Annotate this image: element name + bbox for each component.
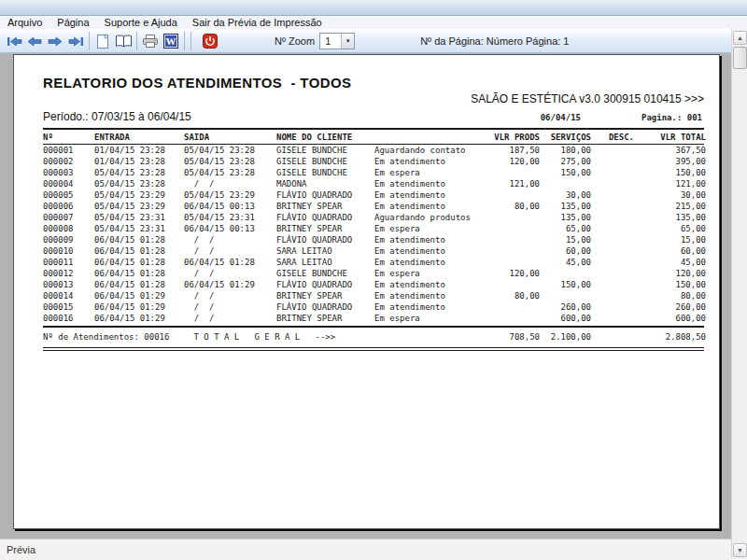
menu-arquivo[interactable]: Arquivo bbox=[0, 16, 49, 29]
last-page-button[interactable] bbox=[65, 31, 86, 51]
col-header-prods: VLR PRODS bbox=[491, 133, 540, 142]
two-pages-view-button[interactable] bbox=[113, 31, 134, 51]
page-info-label: Nº da Página: Número Página: 1 bbox=[420, 35, 569, 47]
col-header-saida: SAIDA bbox=[184, 133, 276, 142]
report-brand: SALÃO E ESTÉTICA v3.0 300915 010415 >>> bbox=[471, 92, 704, 105]
exit-preview-button[interactable] bbox=[200, 31, 220, 51]
menu-sair-da-previa[interactable]: Sair da Prévia de Impressão bbox=[185, 16, 330, 29]
zoom-label: Nº Zoom bbox=[275, 35, 315, 47]
menu-bar: Arquivo Página Suporte e Ajuda Sair da P… bbox=[0, 16, 747, 29]
table-row: 000014 06/04/15 01:29 / / BRITNEY SPEAR … bbox=[43, 290, 704, 301]
status-bar: Prévia bbox=[0, 539, 731, 560]
table-row: 000010 06/04/15 01:28 / / SARA LEITAO Em… bbox=[43, 245, 704, 257]
menu-pagina[interactable]: Página bbox=[49, 16, 96, 29]
zoom-select[interactable]: 1 ▼ bbox=[319, 33, 355, 49]
single-page-icon bbox=[97, 35, 108, 49]
table-row: 000006 05/04/15 23:29 06/04/15 00:13 BRI… bbox=[43, 201, 704, 212]
col-header-desc: DESC. bbox=[591, 133, 634, 142]
col-header-status bbox=[374, 133, 491, 142]
toolbar-separator bbox=[89, 32, 90, 50]
report-date: 06/04/15 bbox=[541, 113, 581, 122]
report-preview-area: RELATORIO DOS ATENDIMENTOS - TODOS SALÃO… bbox=[0, 53, 731, 539]
col-header-nome: NOME DO CLIENTE bbox=[276, 133, 374, 142]
table-row: 000013 06/04/15 01:28 06/04/15 01:29 FLÁ… bbox=[43, 279, 704, 290]
footer-total-label: T O T A L G E R A L -->> bbox=[193, 332, 335, 342]
report-period: Período.: 07/03/15 à 06/04/15 bbox=[43, 110, 191, 123]
footer-grand-total: 2.808,50 bbox=[634, 332, 706, 342]
table-row: 000002 01/04/15 23:28 05/04/15 23:28 GIS… bbox=[43, 156, 704, 167]
table-bottom-double-rule bbox=[43, 347, 704, 351]
next-page-button[interactable] bbox=[45, 31, 65, 51]
table-header-row: Nº ENTRADA SAIDA NOME DO CLIENTE VLR PRO… bbox=[43, 130, 704, 144]
printer-icon bbox=[143, 35, 158, 48]
footer-desc-total bbox=[591, 332, 634, 342]
toolbar: W Nº Zoom 1 ▼ Nº da Página: Número Págin… bbox=[0, 29, 731, 53]
report-rows: 000001 01/04/15 23:28 05/04/15 23:28 GIS… bbox=[43, 145, 704, 324]
footer-prods-total: 708,50 bbox=[491, 332, 540, 342]
print-button[interactable] bbox=[140, 31, 161, 51]
report-table: Nº ENTRADA SAIDA NOME DO CLIENTE VLR PRO… bbox=[43, 128, 704, 351]
table-row: 000011 06/04/15 01:28 06/04/15 01:28 SAR… bbox=[43, 257, 704, 268]
toolbar-separator bbox=[190, 32, 191, 50]
table-row: 000005 05/04/15 23:29 05/04/15 23:29 FLÁ… bbox=[43, 189, 704, 201]
footer-count-label: Nº de Atendimentos: 00016 bbox=[43, 332, 169, 342]
exit-power-icon bbox=[203, 34, 218, 49]
col-header-servicos: SERVIÇOS bbox=[540, 133, 591, 142]
last-page-icon bbox=[68, 36, 84, 47]
chevron-down-icon[interactable]: ▼ bbox=[341, 34, 354, 49]
table-footer-row: Nº de Atendimentos: 00016T O T A L G E R… bbox=[43, 328, 704, 345]
export-word-icon: W bbox=[163, 34, 178, 49]
two-pages-icon bbox=[115, 35, 133, 48]
scroll-down-icon[interactable]: ▼ bbox=[733, 543, 747, 557]
toolbar-separator bbox=[184, 32, 185, 50]
toolbar-separator bbox=[136, 32, 137, 50]
scroll-up-icon[interactable]: ▲ bbox=[733, 31, 747, 45]
col-header-entrada: ENTRADA bbox=[94, 133, 184, 142]
footer-servicos-total: 2.100,00 bbox=[540, 332, 591, 342]
table-row: 000009 06/04/15 01:28 / / FLÁVIO QUADRAD… bbox=[43, 234, 704, 245]
table-row: 000012 06/04/15 01:28 / / GISELE BUNDCHE… bbox=[43, 268, 704, 279]
col-header-num: Nº bbox=[43, 133, 94, 142]
table-row: 000003 05/04/15 23:28 05/04/15 23:28 GIS… bbox=[43, 167, 704, 178]
menu-suporte-e-ajuda[interactable]: Suporte e Ajuda bbox=[97, 16, 185, 29]
table-row: 000015 06/04/15 01:29 / / FLÁVIO QUADRAD… bbox=[43, 301, 704, 313]
table-row: 000007 05/04/15 23:31 05/04/15 23:31 FLÁ… bbox=[43, 212, 704, 223]
report-page-number: Pagina.: 001 bbox=[641, 113, 702, 122]
table-row: 000008 05/04/15 23:31 06/04/15 00:13 BRI… bbox=[43, 223, 704, 234]
table-row: 000001 01/04/15 23:28 05/04/15 23:28 GIS… bbox=[43, 145, 704, 156]
table-row: 000016 06/04/15 01:29 / / BRITNEY SPEAR … bbox=[43, 313, 704, 324]
table-row: 000004 05/04/15 23:28 / / MADONA Em aten… bbox=[43, 178, 704, 189]
title-bar: Relatorio dos Atendimentos - TODOS bbox=[0, 0, 747, 16]
single-page-view-button[interactable] bbox=[92, 31, 113, 51]
vertical-scrollbar[interactable]: ▲ ▼ bbox=[731, 29, 747, 559]
first-page-icon bbox=[7, 36, 22, 47]
report-page: RELATORIO DOS ATENDIMENTOS - TODOS SALÃO… bbox=[13, 54, 720, 529]
col-header-total: VLR TOTAL bbox=[634, 133, 706, 142]
scrollbar-thumb[interactable] bbox=[733, 47, 747, 69]
first-page-button[interactable] bbox=[4, 31, 24, 51]
previous-page-button[interactable] bbox=[24, 31, 45, 51]
zoom-value: 1 bbox=[320, 35, 341, 47]
report-title: RELATORIO DOS ATENDIMENTOS - TODOS bbox=[43, 75, 351, 91]
export-word-button[interactable]: W bbox=[161, 31, 181, 51]
next-page-icon bbox=[48, 36, 63, 47]
footer-labels: Nº de Atendimentos: 00016T O T A L G E R… bbox=[43, 332, 491, 342]
status-text: Prévia bbox=[7, 544, 35, 555]
previous-page-icon bbox=[27, 36, 42, 47]
